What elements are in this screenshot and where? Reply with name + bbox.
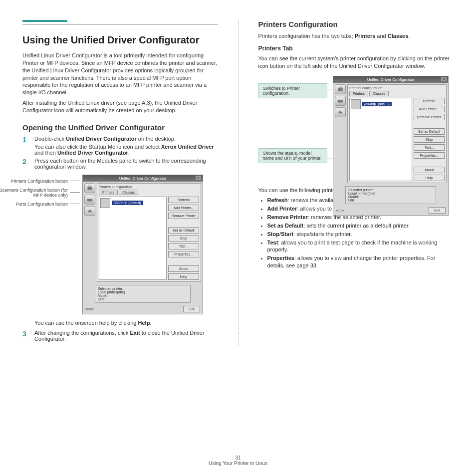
brand-label: xerox: [85, 307, 94, 311]
svg-rect-2: [87, 199, 93, 202]
page-footer: 31 Using Your Printer in Linux: [0, 455, 476, 466]
remove-printer-button[interactable]: Remove Printer: [168, 213, 199, 219]
scanners-module-icon[interactable]: [84, 195, 95, 205]
set-default-button[interactable]: Set as Default: [168, 227, 199, 234]
right-h3: Printers Tab: [258, 45, 454, 52]
column-divider: [238, 20, 238, 345]
add-printer-button[interactable]: Add Printer...: [168, 205, 199, 211]
accent-bar: [22, 20, 67, 22]
step-number: 2: [22, 158, 26, 166]
callout-shows-status: Shows the status, model name and URI of …: [258, 148, 327, 163]
tab-printers[interactable]: Printers: [99, 190, 118, 195]
properties-button[interactable]: Properties...: [414, 152, 445, 159]
exit-button[interactable]: Exit: [183, 306, 200, 312]
callout-ports-config: Ports Configuration button: [0, 202, 68, 207]
step2-text: Press each button on the Modules pane to…: [34, 158, 206, 170]
configurator-window: Unified Driver Configurator × Printers c…: [82, 175, 203, 314]
brand-label: xerox: [336, 209, 344, 212]
intro-para-2: After installing the Unified Linux drive…: [22, 99, 218, 114]
test-button[interactable]: Test...: [168, 243, 199, 249]
list-item[interactable]: (all-mfp_(dds_l)): [351, 99, 411, 109]
window-title: Unified Driver Configurator: [367, 77, 415, 82]
printer-list[interactable]: (all-mfp_(dds_l)): [349, 98, 412, 181]
chapter-name: Using Your Printer in Linux: [0, 461, 476, 466]
step1-text: Double-click Unified Driver Configurator…: [34, 136, 176, 142]
window-title: Unified Driver Configurator: [119, 176, 167, 181]
section-title: Using the Unified Driver Configurator: [22, 34, 218, 46]
svg-rect-4: [339, 86, 342, 88]
right-p1: You can see the current system's printer…: [258, 55, 454, 70]
group-label: Printers configuration: [99, 185, 199, 189]
printer-item-label: (all-mfp_(dds_l)): [362, 102, 392, 106]
selected-printer-box: Selected printer: Local printer(dtle) Mo…: [95, 285, 191, 303]
bullet-stop: Stop/Start: stops/starts the printer.: [267, 231, 454, 238]
ports-module-icon[interactable]: [335, 107, 346, 117]
about-button[interactable]: About: [168, 265, 199, 272]
printers-module-icon[interactable]: [335, 84, 346, 94]
svg-rect-1: [88, 186, 91, 187]
refresh-button[interactable]: Refresh: [168, 197, 199, 203]
set-default-button[interactable]: Set as Default: [414, 128, 445, 135]
tab-printers[interactable]: Printers: [349, 91, 368, 96]
callout-switch-printer: Switches to Printer configuration.: [258, 83, 327, 98]
properties-button[interactable]: Properties...: [168, 251, 199, 257]
list-item[interactable]: 3300mfp (default): [100, 198, 165, 208]
step1-note: You can also click the Startup Menu icon…: [34, 144, 218, 156]
bullet-properties: Properties: allows you to view and chang…: [267, 254, 454, 269]
tab-classes[interactable]: Classes: [369, 91, 389, 96]
step-number: 1: [22, 136, 26, 144]
close-icon[interactable]: ×: [196, 176, 201, 180]
exit-button[interactable]: Exit: [429, 207, 446, 214]
about-button[interactable]: About: [414, 167, 445, 173]
help-button[interactable]: Help: [168, 273, 199, 280]
remove-printer-button[interactable]: Remove Printer: [414, 114, 445, 120]
ports-module-icon[interactable]: [84, 206, 95, 216]
test-button[interactable]: Test...: [414, 144, 445, 151]
stop-button[interactable]: Stop: [168, 235, 199, 241]
step-3: 3 After changing the configurations, cli…: [22, 330, 218, 342]
step-2: 2 Press each button on the Modules pane …: [22, 158, 218, 170]
svg-rect-5: [338, 100, 343, 102]
window-titlebar: Unified Driver Configurator ×: [83, 175, 203, 182]
callout-printers-config: Printers Configuration button: [0, 179, 68, 184]
configurator-window-2: Unified Driver Configurator × Printers c…: [333, 76, 449, 216]
callout-scanners-config: Scanners Configuration button (for MFP d…: [0, 188, 68, 198]
svg-rect-0: [87, 187, 92, 190]
step3-text: After changing the configurations, click…: [34, 330, 205, 342]
scanners-module-icon[interactable]: [335, 96, 346, 106]
refresh-button[interactable]: Refresh: [414, 98, 445, 104]
window-titlebar: Unified Driver Configurator ×: [333, 76, 448, 83]
right-intro: Printers configuration has the two tabs;…: [258, 32, 454, 40]
printer-item-label: 3300mfp (default): [112, 201, 143, 205]
stop-button[interactable]: Stop: [414, 136, 445, 143]
figure-1: Printers Configuration button Scanners C…: [0, 175, 218, 314]
close-icon[interactable]: ×: [441, 77, 447, 81]
section-rule: [22, 24, 218, 24]
bullet-default: Set as Default: sets the current printer…: [267, 222, 454, 230]
add-printer-button[interactable]: Add Printer...: [414, 106, 445, 112]
bullet-test: Test: allows you to print a test page to…: [267, 239, 454, 254]
help-note: You can use the onscreen help by clickin…: [34, 319, 218, 327]
step-1: 1 Double-click Unified Driver Configurat…: [22, 136, 218, 156]
subsection-title: Opening the Unified Driver Configurator: [22, 123, 218, 132]
selected-printer-box: Selected printer: Local printer(dtle) Mo…: [345, 186, 436, 204]
figure-2: Switches to Printer configuration. Shows…: [258, 76, 454, 181]
right-h2: Printers Configuration: [258, 20, 454, 28]
printer-list[interactable]: 3300mfp (default): [99, 197, 167, 280]
svg-rect-3: [338, 88, 342, 91]
tab-classes[interactable]: Classes: [119, 190, 138, 195]
help-button[interactable]: Help: [414, 175, 445, 181]
page-number: 31: [0, 455, 476, 461]
intro-para-1: Unified Linux Driver Configurator is a t…: [22, 52, 218, 96]
step-number: 3: [22, 330, 26, 338]
printer-icon: [100, 198, 110, 208]
printer-icon: [351, 99, 361, 109]
group-label: Printers configuration: [349, 86, 445, 90]
printers-module-icon[interactable]: [84, 183, 95, 193]
